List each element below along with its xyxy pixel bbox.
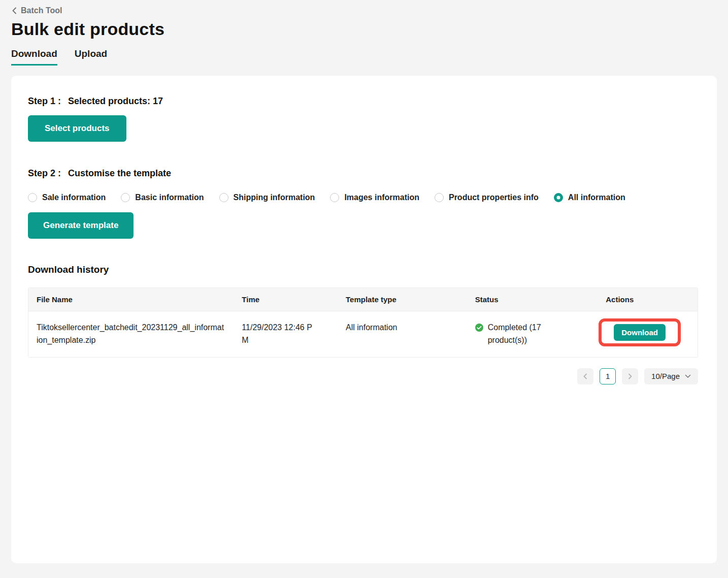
radio-sale-information[interactable]: Sale information [28,193,106,202]
back-link[interactable]: Batch Tool [11,0,62,15]
generate-template-button[interactable]: Generate template [28,212,134,239]
page-size-value: 10/Page [651,372,680,380]
table-row: Tiktoksellercenter_batchedit_20231129_al… [28,311,698,357]
status-cell: Completed (17 product(s)) [475,322,590,347]
step2-text: Customise the template [68,168,171,178]
back-label: Batch Tool [21,6,62,15]
template-type-cell: All information [338,311,467,357]
column-header-status: Status [467,288,598,311]
step2-label: Step 2 : [28,168,61,178]
radio-all-information[interactable]: All information [554,193,625,202]
success-check-icon [475,324,483,332]
radio-icon [435,193,444,202]
content-card: Step 1 :Selected products: 17 Select pro… [11,76,717,563]
radio-product-properties-info[interactable]: Product properties info [435,193,539,202]
step1-text: Selected products: 17 [68,96,163,106]
chevron-right-icon [627,373,633,379]
step1-heading: Step 1 :Selected products: 17 [28,96,700,107]
radio-basic-information[interactable]: Basic information [121,193,204,202]
radio-shipping-information[interactable]: Shipping information [219,193,315,202]
column-header-template-type: Template type [338,288,467,311]
download-button[interactable]: Download [614,324,666,341]
tab-upload[interactable]: Upload [75,48,107,66]
template-options: Sale information Basic information Shipp… [28,193,700,202]
file-name-cell: Tiktoksellercenter_batchedit_20231129_al… [37,322,225,347]
tab-bar: Download Upload [11,48,717,66]
bulk-edit-page: Batch Tool Bulk edit products Download U… [0,0,728,577]
radio-icon [330,193,339,202]
select-products-button[interactable]: Select products [28,115,126,142]
step1-label: Step 1 : [28,96,61,106]
step2-heading: Step 2 :Customise the template [28,168,700,179]
page-size-select[interactable]: 10/Page [644,368,698,384]
tab-download[interactable]: Download [11,48,57,66]
radio-icon [28,193,37,202]
column-header-time: Time [234,288,338,311]
annotation-highlight: Download [599,318,681,346]
radio-icon [219,193,228,202]
chevron-left-icon [583,373,588,379]
next-page-button[interactable] [622,368,638,384]
prev-page-button[interactable] [577,368,593,384]
column-header-file-name: File Name [28,288,234,311]
table-header-row: File Name Time Template type Status Acti… [28,288,698,311]
page-title: Bulk edit products [11,19,717,39]
radio-icon [121,193,130,202]
time-cell: 11/29/2023 12:46 PM [242,322,316,347]
pagination: 1 10/Page [28,368,698,384]
chevron-down-icon [685,374,691,378]
status-text: Completed (17 product(s)) [488,322,555,347]
radio-images-information[interactable]: Images information [330,193,419,202]
column-header-actions: Actions [598,288,698,311]
radio-icon [554,193,563,202]
current-page-button[interactable]: 1 [600,368,616,384]
download-history-title: Download history [28,264,700,275]
download-history-table: File Name Time Template type Status Acti… [28,287,698,358]
chevron-left-icon [11,7,17,14]
